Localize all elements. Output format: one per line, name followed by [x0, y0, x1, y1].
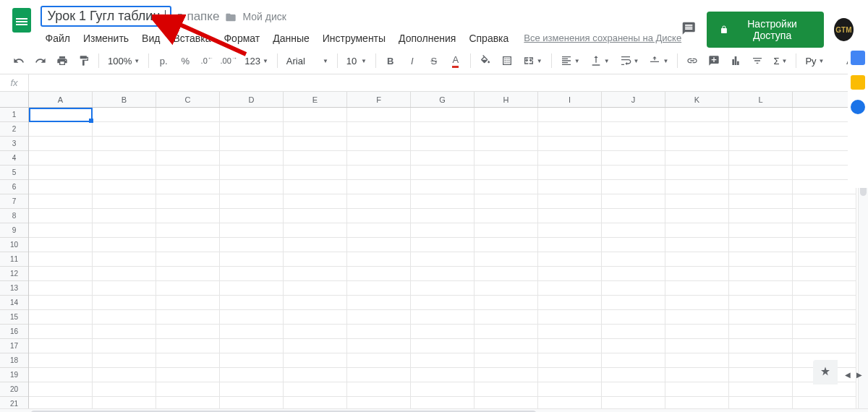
cell[interactable] [220, 252, 284, 267]
cell[interactable] [220, 296, 284, 310]
cell[interactable] [475, 223, 538, 238]
cell[interactable] [93, 325, 156, 339]
cell[interactable] [156, 310, 220, 325]
cell[interactable] [347, 281, 411, 296]
cell[interactable] [284, 252, 347, 267]
cell[interactable] [602, 223, 665, 238]
cell[interactable] [29, 252, 93, 267]
text-rotation-button[interactable]: ▼ [644, 55, 673, 66]
cell[interactable] [602, 108, 665, 122]
cell[interactable] [93, 238, 156, 252]
cell[interactable] [665, 223, 729, 238]
cell[interactable] [475, 151, 538, 166]
cell[interactable] [602, 252, 665, 267]
cell[interactable] [156, 223, 220, 238]
cell[interactable] [93, 281, 156, 296]
row-header[interactable]: 8 [0, 209, 28, 223]
cell[interactable] [538, 209, 602, 223]
cell[interactable] [29, 238, 93, 252]
font-family-select[interactable]: Arial▼ [282, 56, 333, 66]
menu-help[interactable]: Справка [464, 30, 514, 47]
cell[interactable] [665, 137, 729, 151]
cell[interactable] [284, 281, 347, 296]
cell[interactable] [538, 180, 602, 194]
borders-button[interactable] [497, 51, 517, 71]
cell[interactable] [347, 267, 411, 281]
cell[interactable] [665, 252, 729, 267]
scroll-right-button[interactable]: ▶ [854, 364, 865, 385]
cell[interactable] [475, 209, 538, 223]
cell[interactable] [284, 137, 347, 151]
cell[interactable] [538, 166, 602, 180]
cell[interactable] [411, 296, 475, 310]
cell[interactable] [729, 122, 793, 137]
cell[interactable] [729, 397, 793, 408]
cell[interactable] [411, 382, 475, 397]
column-header[interactable]: B [93, 92, 156, 107]
cell[interactable] [665, 325, 729, 339]
column-header[interactable]: C [156, 92, 220, 107]
save-status-link[interactable]: Все изменения сохранены на Диске [524, 30, 681, 47]
row-header[interactable]: 12 [0, 267, 28, 281]
column-header[interactable]: I [538, 92, 602, 107]
cell[interactable] [93, 339, 156, 353]
row-header[interactable]: 17 [0, 339, 28, 353]
increase-decimal-button[interactable]: .00→ [218, 51, 239, 71]
menu-addons[interactable]: Дополнения [393, 30, 461, 47]
bold-button[interactable]: B [380, 51, 401, 71]
menu-edit[interactable]: Изменить [78, 30, 134, 47]
cell[interactable] [602, 353, 665, 368]
row-header[interactable]: 9 [0, 223, 28, 238]
cell[interactable] [156, 180, 220, 194]
cell[interactable] [475, 238, 538, 252]
cell[interactable] [729, 310, 793, 325]
cell[interactable] [220, 209, 284, 223]
cell[interactable] [538, 310, 602, 325]
horizontal-scrollbar[interactable] [0, 408, 868, 412]
cell[interactable] [475, 397, 538, 408]
redo-button[interactable] [30, 51, 51, 71]
cell[interactable] [156, 194, 220, 209]
cell[interactable] [475, 122, 538, 137]
cell[interactable] [538, 267, 602, 281]
cell[interactable] [93, 151, 156, 166]
cell[interactable] [411, 281, 475, 296]
cell[interactable] [29, 339, 93, 353]
cell[interactable] [93, 137, 156, 151]
row-header[interactable]: 18 [0, 353, 28, 368]
cell[interactable] [93, 180, 156, 194]
cell[interactable] [729, 325, 793, 339]
cell[interactable] [665, 281, 729, 296]
cell[interactable] [729, 252, 793, 267]
cell[interactable] [93, 353, 156, 368]
cell[interactable] [156, 238, 220, 252]
column-header[interactable]: F [347, 92, 411, 107]
text-wrap-button[interactable]: ▼ [616, 55, 644, 66]
comments-icon[interactable] [681, 21, 696, 38]
cell[interactable] [93, 382, 156, 397]
cell[interactable] [538, 281, 602, 296]
cell[interactable] [411, 166, 475, 180]
cell[interactable] [729, 368, 793, 382]
cell[interactable] [347, 108, 411, 122]
cell[interactable] [347, 238, 411, 252]
cell[interactable] [347, 151, 411, 166]
document-title-input[interactable]: Урок 1 Гугл таблиц. [41, 6, 171, 27]
cell[interactable] [793, 151, 856, 166]
cell[interactable] [284, 194, 347, 209]
zoom-select[interactable]: 100%▼ [103, 56, 144, 66]
cell[interactable] [93, 209, 156, 223]
cell[interactable] [665, 122, 729, 137]
cell[interactable] [602, 122, 665, 137]
cell[interactable] [411, 353, 475, 368]
cell[interactable] [538, 325, 602, 339]
cell[interactable] [793, 339, 856, 353]
cell[interactable] [29, 353, 93, 368]
scroll-left-button[interactable]: ◀ [842, 364, 854, 385]
vertical-align-button[interactable]: ▼ [586, 55, 614, 66]
column-header[interactable]: E [284, 92, 347, 107]
cell[interactable] [475, 382, 538, 397]
cell[interactable] [220, 151, 284, 166]
column-header[interactable]: L [729, 92, 793, 107]
print-button[interactable] [52, 51, 72, 71]
